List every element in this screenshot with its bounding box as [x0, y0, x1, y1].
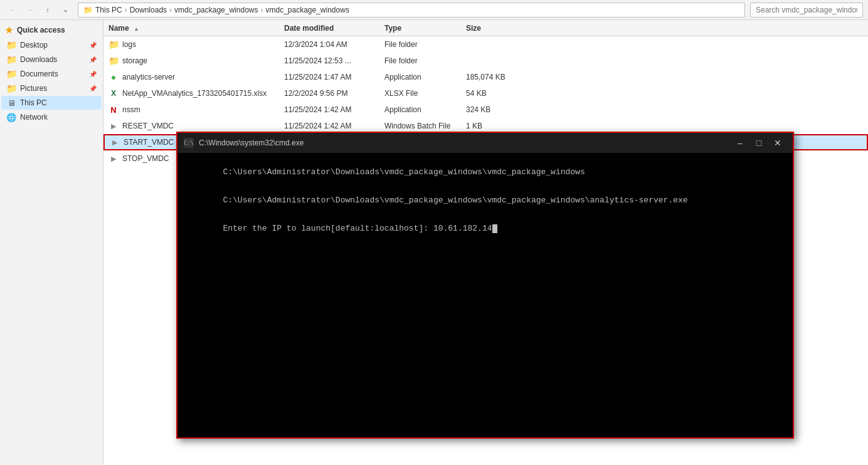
folder-icon-addr: 📁 [83, 6, 93, 14]
title-bar: ← → ↑ ⌄ 📁 This PC › Downloads › vmdc_pac… [0, 0, 868, 20]
file-date-nssm: 11/25/2024 1:42 AM [284, 105, 384, 114]
file-name-storage: storage [122, 56, 147, 65]
col-header-date[interactable]: Date modified [284, 24, 384, 33]
addr-part-4: vmdc_package_windows [265, 6, 349, 14]
folder-icon-storage: 📁 [109, 56, 119, 66]
cmd-title-bar: C:\ C:\Windows\system32\cmd.exe – □ ✕ [177, 133, 793, 153]
sidebar-item-documents[interactable]: 📁 Documents 📌 [1, 67, 102, 81]
cmd-icon: C:\ [184, 138, 194, 148]
file-name-logs: logs [122, 40, 136, 49]
sidebar-label-this-pc: This PC [20, 98, 47, 107]
column-header: Name ▲ Date modified Type Size [103, 20, 868, 36]
recent-button[interactable]: ⌄ [58, 3, 73, 18]
excel-icon: X [109, 88, 119, 98]
sidebar-label-pictures: Pictures [20, 84, 47, 93]
folder-icon-desktop: 📁 [6, 40, 16, 50]
star-icon: ★ [5, 25, 13, 35]
sidebar-label-network: Network [20, 113, 48, 122]
cmd-line-1: C:\Users\Administrator\Downloads\vmdc_pa… [223, 167, 585, 177]
quick-access-label: Quick access [17, 26, 65, 34]
file-row-analytics-server[interactable]: ● analytics-server 11/25/2024 1:47 AM Ap… [103, 69, 868, 85]
file-date-reset: 11/25/2024 1:42 AM [284, 122, 384, 130]
cmd-cursor [492, 224, 497, 233]
cmd-line-3: Enter the IP to launch[default:localhost… [223, 224, 492, 233]
addr-part-3: vmdc_package_windows [174, 6, 258, 14]
quick-access-header: ★ Quick access [0, 23, 103, 38]
pin-icon-downloads: 📌 [89, 56, 97, 63]
sidebar-label-documents: Documents [20, 70, 58, 78]
cmd-maximize-button[interactable]: □ [750, 134, 768, 152]
file-date-logs: 12/3/2024 1:04 AM [284, 40, 384, 49]
file-date-analytics: 11/25/2024 1:47 AM [284, 73, 384, 81]
bat-icon-start: ▶ [110, 137, 120, 147]
sidebar: ★ Quick access 📁 Desktop 📌 📁 Downloads 📌… [0, 20, 103, 465]
sidebar-item-downloads[interactable]: 📁 Downloads 📌 [1, 53, 102, 66]
file-type-netapp: XLSX File [384, 89, 466, 98]
file-size-reset: 1 KB [466, 122, 529, 130]
cmd-line-2: C:\Users\Administrator\Downloads\vmdc_pa… [223, 196, 687, 205]
bat-icon-stop: ▶ [109, 154, 119, 164]
file-date-netapp: 12/2/2024 9:56 PM [284, 89, 384, 98]
file-type-nssm: Application [384, 105, 466, 114]
file-row-netapp-xlsx[interactable]: X NetApp_VMAnalytics_1733205401715.xlsx … [103, 85, 868, 102]
pin-icon-desktop: 📌 [89, 42, 97, 49]
file-type-reset: Windows Batch File [384, 122, 466, 130]
up-button[interactable]: ↑ [40, 3, 55, 18]
pin-icon-pictures: 📌 [89, 85, 97, 92]
forward-button[interactable]: → [23, 3, 38, 18]
col-header-name[interactable]: Name ▲ [109, 24, 284, 33]
folder-icon-downloads: 📁 [6, 55, 16, 65]
sidebar-label-desktop: Desktop [20, 41, 48, 50]
app-icon-analytics: ● [109, 72, 119, 82]
col-header-type[interactable]: Type [384, 24, 466, 33]
network-icon: 🌐 [6, 112, 16, 122]
sidebar-item-network[interactable]: 🌐 Network [1, 110, 102, 124]
sidebar-item-this-pc[interactable]: 🖥 This PC [1, 96, 102, 110]
back-button[interactable]: ← [5, 3, 20, 18]
file-type-storage: File folder [384, 56, 466, 65]
file-name-start: START_VMDC [124, 138, 174, 147]
sidebar-item-pictures[interactable]: 📁 Pictures 📌 [1, 81, 102, 95]
pin-icon-documents: 📌 [89, 71, 97, 78]
cmd-minimize-button[interactable]: – [731, 134, 749, 152]
folder-icon-pictures: 📁 [6, 83, 16, 93]
file-date-storage: 11/25/2024 12:53 ... [284, 56, 384, 65]
file-area: Name ▲ Date modified Type Size 📁 logs 12… [103, 20, 868, 465]
file-size-analytics: 185,074 KB [466, 73, 529, 81]
col-header-size[interactable]: Size [466, 24, 529, 33]
file-name-netapp: NetApp_VMAnalytics_1733205401715.xlsx [122, 89, 267, 98]
cmd-window: C:\ C:\Windows\system32\cmd.exe – □ ✕ C:… [176, 132, 794, 439]
nav-buttons: ← → ↑ ⌄ [5, 3, 73, 18]
cmd-close-button[interactable]: ✕ [769, 134, 786, 152]
file-name-reset: RESET_VMDC [122, 122, 174, 130]
file-name-nssm: nssm [122, 105, 140, 114]
bat-icon-reset: ▶ [109, 121, 119, 131]
cmd-body[interactable]: C:\Users\Administrator\Downloads\vmdc_pa… [177, 153, 793, 437]
folder-icon-logs: 📁 [109, 39, 119, 50]
sort-arrow: ▲ [134, 26, 139, 32]
addr-part-2: Downloads [130, 6, 167, 14]
sidebar-item-desktop[interactable]: 📁 Desktop 📌 [1, 38, 102, 52]
file-row-logs[interactable]: 📁 logs 12/3/2024 1:04 AM File folder [103, 36, 868, 53]
search-input[interactable] [750, 3, 863, 18]
file-name-analytics: analytics-server [122, 73, 175, 81]
file-row-nssm[interactable]: N nssm 11/25/2024 1:42 AM Application 32… [103, 102, 868, 118]
n-icon-nssm: N [109, 105, 119, 115]
addr-part-1: This PC [95, 6, 122, 14]
pc-icon: 🖥 [6, 98, 16, 108]
address-bar[interactable]: 📁 This PC › Downloads › vmdc_package_win… [78, 3, 745, 18]
file-type-analytics: Application [384, 73, 466, 81]
file-name-stop: STOP_VMDC [122, 154, 169, 163]
folder-icon-documents: 📁 [6, 69, 16, 79]
file-row-storage[interactable]: 📁 storage 11/25/2024 12:53 ... File fold… [103, 53, 868, 69]
file-size-netapp: 54 KB [466, 89, 529, 98]
cmd-window-buttons: – □ ✕ [731, 134, 786, 152]
file-type-logs: File folder [384, 40, 466, 49]
sidebar-label-downloads: Downloads [20, 55, 57, 64]
file-size-nssm: 324 KB [466, 105, 529, 114]
cmd-title-text: C:\Windows\system32\cmd.exe [199, 138, 726, 147]
main-layout: ★ Quick access 📁 Desktop 📌 📁 Downloads 📌… [0, 20, 868, 465]
